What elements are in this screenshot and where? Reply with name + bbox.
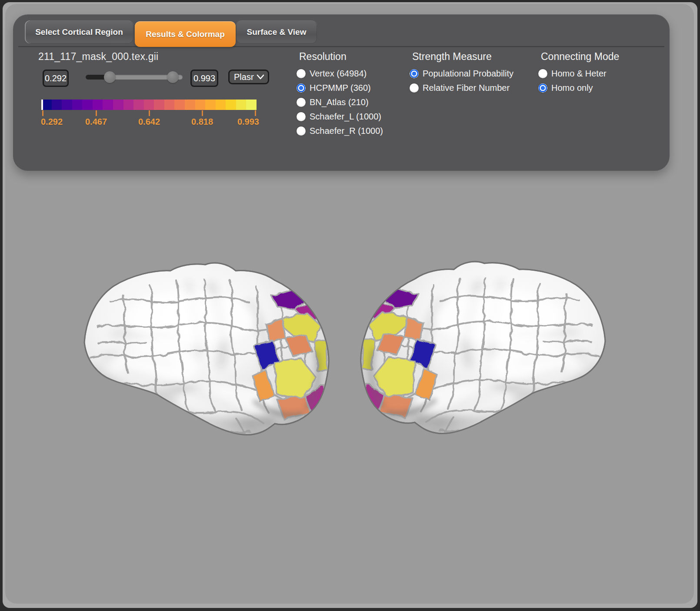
- colorbar-tick-label: 0.993: [229, 117, 259, 127]
- tab-surface-view[interactable]: Surface & View: [236, 20, 317, 43]
- brain-right-hemisphere[interactable]: [361, 262, 605, 438]
- radio-circle[interactable]: [410, 83, 419, 93]
- threshold-range-slider[interactable]: [86, 70, 183, 84]
- colorbar-tick: [149, 110, 150, 116]
- radio-circle[interactable]: [297, 126, 306, 136]
- colorbar-tick: [255, 110, 256, 116]
- colorbar-tick: [42, 110, 43, 116]
- colorbar-tick: [202, 110, 203, 116]
- radio-circle[interactable]: [297, 83, 306, 93]
- radio-schaefer-r[interactable]: Schaefer_R (1000): [297, 124, 383, 138]
- colorbar-min-sliver: [41, 100, 43, 110]
- brain-left-hemisphere[interactable]: [84, 263, 329, 439]
- radio-homo-only[interactable]: Homo only: [538, 81, 619, 95]
- control-panel: Select Cortical Region Results & Colorma…: [13, 14, 670, 171]
- texture-filename: 211_117_mask_000.tex.gii: [38, 51, 158, 63]
- colorbar: [41, 100, 257, 110]
- slider-handle-low[interactable]: [104, 71, 116, 83]
- threshold-max-input[interactable]: [190, 70, 218, 87]
- radio-circle[interactable]: [297, 112, 306, 121]
- radio-vertex[interactable]: Vertex (64984): [297, 66, 383, 81]
- colorbar-tick-label: 0.467: [81, 117, 111, 127]
- radio-circle[interactable]: [297, 69, 306, 78]
- colormap-select[interactable]: Plasma: [228, 70, 269, 84]
- radio-relative-fiber-number[interactable]: Relative Fiber Number: [410, 81, 513, 95]
- slider-handle-high[interactable]: [167, 71, 179, 83]
- strength-measure-group: Strength Measure Populational Probabilit…: [410, 51, 513, 95]
- strength-measure-title: Strength Measure: [412, 51, 513, 63]
- colorbar-tick-label: 0.818: [187, 117, 217, 127]
- colorbar-tick-label: 0.642: [134, 117, 164, 127]
- colorbar-tick: [96, 110, 97, 116]
- panel-seam-divider: [18, 46, 664, 47]
- tab-label: Surface & View: [247, 27, 307, 37]
- radio-circle[interactable]: [538, 69, 547, 78]
- radio-hcpmmp[interactable]: HCPMMP (360): [297, 81, 383, 95]
- radio-homo-heter[interactable]: Homo & Heter: [538, 66, 619, 81]
- colorbar-tick-label: 0.292: [41, 117, 71, 127]
- threshold-min-input[interactable]: [43, 70, 69, 87]
- connecting-mode-group: Connecting Mode Homo & Heter Homo only: [538, 51, 619, 95]
- chevron-down-icon: [257, 74, 264, 80]
- app-window: Select Cortical Region Results & Colorma…: [3, 2, 697, 608]
- radio-circle[interactable]: [297, 98, 306, 107]
- radio-circle[interactable]: [538, 83, 547, 93]
- radio-bn-atlas[interactable]: BN_Atlas (210): [297, 95, 383, 110]
- tab-label: Results & Colormap: [146, 30, 225, 39]
- resolution-title: Resolution: [299, 51, 383, 63]
- tab-results-colormap[interactable]: Results & Colormap: [135, 21, 236, 47]
- resolution-group: Resolution Vertex (64984) HCPMMP (360) B…: [297, 51, 383, 138]
- connecting-mode-title: Connecting Mode: [541, 51, 619, 63]
- radio-schaefer-l[interactable]: Schaefer_L (1000): [297, 110, 383, 124]
- radio-populational-probability[interactable]: Populational Probability: [410, 66, 513, 81]
- colormap-select-value: Plasma: [234, 72, 254, 82]
- tab-select-cortical-region[interactable]: Select Cortical Region: [25, 20, 133, 43]
- radio-circle[interactable]: [410, 69, 419, 78]
- tab-label: Select Cortical Region: [35, 27, 123, 37]
